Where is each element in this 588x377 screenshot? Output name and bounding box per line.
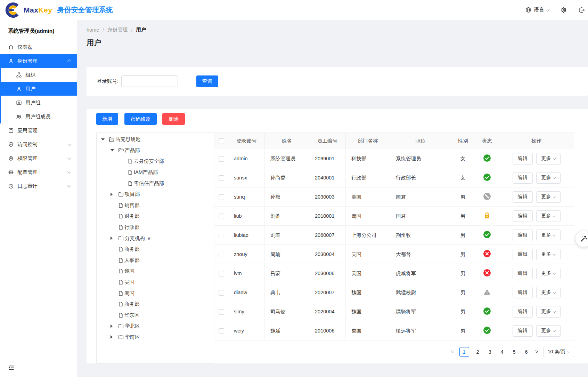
sidebar-item-permission[interactable]: 权限管理	[0, 151, 77, 165]
sidebar-item-user[interactable]: 用户	[1, 82, 77, 96]
row-checkbox[interactable]	[219, 233, 224, 238]
account-input[interactable]	[121, 75, 178, 87]
settings-button[interactable]	[560, 7, 567, 14]
folder-icon	[118, 334, 124, 340]
logout-button[interactable]	[578, 7, 585, 14]
language-selector[interactable]: 语言	[525, 7, 549, 13]
sidebar-item-apps[interactable]: 应用管理	[0, 123, 77, 137]
more-button[interactable]: 更多	[536, 153, 561, 165]
edit-button[interactable]: 编辑	[513, 172, 533, 184]
more-button[interactable]: 更多	[536, 230, 561, 241]
brand-name: MaxKey	[24, 6, 52, 14]
tree-node[interactable]: 魏国	[97, 266, 214, 277]
row-checkbox[interactable]	[219, 194, 224, 200]
tree-node[interactable]: 蜀国	[97, 288, 214, 299]
more-button[interactable]: 更多	[536, 268, 561, 279]
edit-button[interactable]: 编辑	[513, 210, 533, 222]
caret-down-icon[interactable]	[111, 149, 114, 151]
tree-node[interactable]: 财务部	[97, 211, 214, 222]
tree-node[interactable]: 产品部	[97, 145, 214, 156]
more-button[interactable]: 更多	[536, 249, 561, 260]
caret-right-icon[interactable]	[111, 324, 113, 328]
query-button[interactable]: 查询	[196, 75, 218, 87]
edit-button[interactable]: 编辑	[513, 325, 533, 337]
tree-node[interactable]: 云身份安全部	[97, 156, 214, 167]
row-checkbox[interactable]	[219, 214, 224, 219]
edit-button[interactable]: 编辑	[513, 153, 533, 165]
edit-button[interactable]: 编辑	[513, 287, 533, 298]
tree-node[interactable]: 分支机构_v	[97, 233, 214, 244]
breadcrumb-identity[interactable]: 身份管理	[107, 26, 128, 33]
add-button[interactable]: 新增	[96, 113, 118, 125]
chevron-down-icon	[553, 233, 555, 236]
sidebar-item-org[interactable]: 组织	[1, 68, 77, 82]
tree-node[interactable]: IAM产品部	[97, 167, 214, 178]
more-button[interactable]: 更多	[536, 287, 561, 298]
cell-name: 典韦	[265, 283, 309, 302]
more-button[interactable]: 更多	[536, 172, 561, 184]
tree-node-label: 商务部	[124, 246, 140, 252]
caret-right-icon[interactable]	[111, 335, 113, 339]
table-row: dianw典韦2020007魏国武猛校尉男编辑更多	[214, 283, 574, 302]
caret-down-icon[interactable]	[101, 138, 105, 141]
page-4-button[interactable]: 4	[499, 349, 506, 355]
prev-page-button[interactable]: <	[451, 349, 454, 355]
page-2-button[interactable]: 2	[474, 349, 481, 355]
cell-account: sunsx	[228, 168, 265, 187]
row-checkbox[interactable]	[219, 290, 224, 296]
page-1-button[interactable]: 1	[459, 347, 469, 357]
tree-node[interactable]: 马克思钥匙	[97, 134, 214, 145]
sidebar-item-group-member[interactable]: 用户组成员	[1, 110, 77, 123]
next-page-button[interactable]: >	[535, 349, 538, 355]
page-3-button[interactable]: 3	[487, 349, 493, 355]
more-button[interactable]: 更多	[536, 191, 561, 203]
chevron-down-icon	[553, 329, 555, 332]
more-button[interactable]: 更多	[536, 306, 561, 318]
search-panel: 登录账号: 查询	[87, 67, 588, 96]
row-checkbox[interactable]	[219, 309, 224, 315]
tree-node[interactable]: 零信任产品部	[97, 178, 214, 189]
caret-right-icon[interactable]	[111, 236, 113, 240]
tree-node[interactable]: 华南区	[97, 332, 214, 343]
sidebar-item-label: 访问控制	[17, 141, 68, 148]
page-6-button[interactable]: 6	[523, 349, 530, 355]
select-all-checkbox[interactable]	[219, 138, 224, 144]
sidebar-item-config[interactable]: 配置管理	[0, 165, 77, 179]
edit-button[interactable]: 编辑	[513, 306, 533, 318]
edit-button[interactable]: 编辑	[513, 191, 533, 203]
page-size-select[interactable]: 10 条/页	[544, 347, 574, 357]
edit-button[interactable]: 编辑	[513, 249, 533, 260]
sidebar-item-access-control[interactable]: 访问控制	[0, 137, 77, 151]
tree-node[interactable]: 人事部	[97, 255, 214, 266]
tree-node[interactable]: 吴国	[97, 277, 214, 288]
tree-node[interactable]: 华东区	[97, 310, 214, 321]
tree-node[interactable]: 行政部	[97, 222, 214, 233]
chevron-down-icon	[67, 184, 71, 187]
cell-dept: 科技部	[346, 149, 390, 168]
sidebar-item-identity[interactable]: 身份管理	[0, 54, 77, 68]
row-checkbox[interactable]	[219, 328, 224, 334]
row-checkbox[interactable]	[219, 271, 224, 276]
sidebar-item-dashboard[interactable]: 仪表盘	[0, 40, 77, 54]
tree-node[interactable]: 商务部	[97, 244, 214, 255]
more-button[interactable]: 更多	[536, 325, 561, 337]
change-password-button[interactable]: 密码修改	[124, 113, 157, 125]
breadcrumb-home[interactable]: home	[87, 27, 99, 33]
cell-emp-no: 2099001	[309, 149, 346, 168]
edit-button[interactable]: 编辑	[513, 268, 533, 279]
tree-node[interactable]: 商务部	[97, 299, 214, 310]
tree-node[interactable]: 销售部	[97, 200, 214, 211]
more-button[interactable]: 更多	[536, 210, 561, 222]
row-checkbox[interactable]	[219, 156, 224, 162]
edit-button[interactable]: 编辑	[513, 230, 533, 241]
delete-button[interactable]: 删除	[162, 113, 185, 125]
row-checkbox[interactable]	[219, 252, 224, 257]
page-5-button[interactable]: 5	[511, 349, 518, 355]
row-checkbox[interactable]	[219, 175, 224, 181]
caret-right-icon[interactable]	[111, 193, 113, 196]
sidebar-item-user-group[interactable]: 用户组	[1, 96, 77, 110]
tree-node[interactable]: 华北区	[97, 321, 214, 332]
menu-fold-icon[interactable]	[8, 364, 15, 371]
tree-node[interactable]: 项目部	[97, 189, 214, 200]
sidebar-item-audit[interactable]: 日志审计	[0, 179, 77, 193]
